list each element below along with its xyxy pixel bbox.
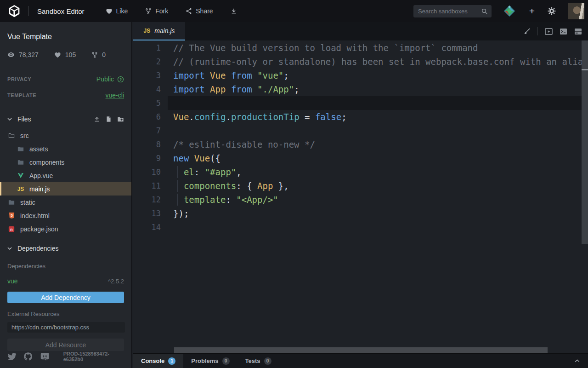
- search-input[interactable]: [413, 5, 492, 17]
- code-line-2[interactable]: 2// (runtime-only or standalone) has bee…: [133, 55, 588, 69]
- dependency-name[interactable]: vue: [7, 277, 18, 285]
- privacy-label: PRIVACY: [7, 76, 31, 82]
- tab-main-js[interactable]: JS main.js: [133, 22, 185, 40]
- line-content: [161, 124, 173, 138]
- line-number: 14: [133, 220, 161, 234]
- tab-problems[interactable]: Problems 0: [183, 354, 237, 368]
- problems-count-badge: 0: [222, 357, 230, 365]
- tests-tab-label: Tests: [245, 357, 260, 364]
- line-number: 5: [133, 96, 161, 110]
- download-button[interactable]: [231, 8, 237, 14]
- build-id: PROD-1528983472-e6352b0: [63, 351, 124, 362]
- file-row-static[interactable]: static: [0, 196, 131, 209]
- vertical-scrollbar[interactable]: [582, 40, 588, 244]
- patron-badge-icon[interactable]: [503, 5, 515, 17]
- line-number: 10: [133, 165, 161, 179]
- template-link[interactable]: vue-cli: [106, 92, 124, 99]
- file-tree: srcassetscomponentsApp.vueJSmain.jsstati…: [0, 129, 131, 236]
- github-icon[interactable]: [23, 351, 33, 362]
- codesandbox-logo-icon[interactable]: [7, 4, 21, 18]
- external-resource-input[interactable]: [7, 322, 125, 333]
- download-icon: [231, 8, 237, 14]
- privacy-help-icon[interactable]: ?: [117, 76, 124, 83]
- file-row-assets[interactable]: assets: [0, 142, 131, 155]
- layout-toggle-icon[interactable]: [574, 28, 582, 35]
- new-folder-icon[interactable]: [117, 116, 124, 122]
- file-row-main-js[interactable]: JSmain.js: [0, 182, 131, 196]
- search-icon: [481, 8, 488, 15]
- add-dependency-button[interactable]: Add Dependency: [7, 292, 124, 303]
- code-line-6[interactable]: 6Vue.config.productionTip = false;: [133, 110, 588, 124]
- preview-toggle-icon[interactable]: [545, 28, 553, 35]
- file-row-components[interactable]: components: [0, 155, 131, 169]
- code-line-11[interactable]: 11 components: { App },: [133, 179, 588, 193]
- user-avatar[interactable]: [568, 3, 584, 19]
- new-sandbox-button[interactable]: +: [527, 6, 537, 16]
- settings-gear-icon[interactable]: [548, 7, 556, 15]
- js-file-icon: JS: [17, 186, 24, 192]
- line-content: el: "#app",: [161, 165, 242, 179]
- sandbox-stats: 78,327 105 0: [7, 51, 124, 58]
- folder-icon: [17, 146, 24, 152]
- code-line-10[interactable]: 10 el: "#app",: [133, 165, 588, 179]
- fork-button[interactable]: Fork: [145, 7, 168, 15]
- chevron-down-icon[interactable]: [7, 118, 12, 121]
- upload-files-icon[interactable]: [94, 116, 100, 122]
- console-toggle-icon[interactable]: [560, 28, 567, 35]
- line-number: 6: [133, 110, 161, 124]
- file-row-App-vue[interactable]: App.vue: [0, 169, 131, 182]
- file-name: assets: [29, 145, 48, 153]
- privacy-value: Public: [96, 75, 114, 83]
- line-content: new Vue({: [161, 151, 220, 165]
- line-content: // The Vue build version to load with th…: [161, 41, 478, 55]
- dependency-row[interactable]: vue ^2.5.2: [7, 277, 124, 285]
- likes-count: 105: [65, 51, 76, 58]
- dependencies-subheading: Dependencies: [7, 263, 124, 270]
- file-name: src: [20, 132, 29, 139]
- code-line-8[interactable]: 8/* eslint-disable no-new */: [133, 138, 588, 151]
- heart-icon: [106, 8, 113, 15]
- nav-divider: [28, 6, 29, 16]
- file-row-package-json[interactable]: npackage.json: [0, 222, 131, 236]
- code-line-5[interactable]: 5: [133, 96, 588, 110]
- code-line-12[interactable]: 12 template: "<App/>": [133, 193, 588, 207]
- expand-console-chevron-icon[interactable]: [575, 354, 588, 368]
- folder-icon: [17, 159, 24, 166]
- discord-icon[interactable]: [40, 352, 50, 361]
- code-line-7[interactable]: 7: [133, 124, 588, 138]
- twitter-icon[interactable]: [7, 351, 17, 362]
- share-label: Share: [196, 7, 213, 15]
- code-line-9[interactable]: 9new Vue({: [133, 151, 588, 165]
- svg-text:?: ?: [119, 77, 122, 81]
- chevron-down-icon[interactable]: [7, 247, 12, 250]
- tab-tests[interactable]: Tests 0: [237, 354, 279, 368]
- horizontal-scrollbar[interactable]: [174, 347, 548, 353]
- prettify-brush-icon[interactable]: [523, 28, 531, 35]
- template-label: TEMPLATE: [7, 92, 36, 98]
- like-button[interactable]: Like: [106, 7, 128, 15]
- forks-count: 0: [102, 51, 106, 58]
- problems-tab-label: Problems: [191, 357, 218, 364]
- tab-console[interactable]: Console 1: [133, 354, 183, 368]
- file-name: main.js: [29, 185, 50, 193]
- js-file-icon: JS: [143, 28, 150, 34]
- share-button[interactable]: Share: [186, 7, 213, 15]
- line-content: import App from "./App";: [161, 82, 300, 96]
- code-line-4[interactable]: 4import App from "./App";: [133, 82, 588, 96]
- code-line-3[interactable]: 3import Vue from "vue";: [133, 69, 588, 82]
- new-file-icon[interactable]: [106, 116, 112, 122]
- external-resources-label: External Resources: [7, 310, 124, 317]
- code-editor[interactable]: 1// The Vue build version to load with t…: [133, 40, 588, 353]
- line-content: template: "<App/>": [161, 193, 278, 207]
- add-resource-button[interactable]: Add Resource: [7, 339, 124, 351]
- file-name: App.vue: [29, 172, 53, 179]
- code-line-14[interactable]: 14: [133, 220, 588, 234]
- tab-filename: main.js: [154, 27, 175, 34]
- file-row-src[interactable]: src: [0, 129, 131, 142]
- line-number: 7: [133, 124, 161, 138]
- views-count: 78,327: [19, 51, 39, 58]
- file-row-index-html[interactable]: 5index.html: [0, 209, 131, 222]
- code-line-13[interactable]: 13});: [133, 207, 588, 220]
- share-icon: [186, 8, 192, 14]
- code-line-1[interactable]: 1// The Vue build version to load with t…: [133, 41, 588, 55]
